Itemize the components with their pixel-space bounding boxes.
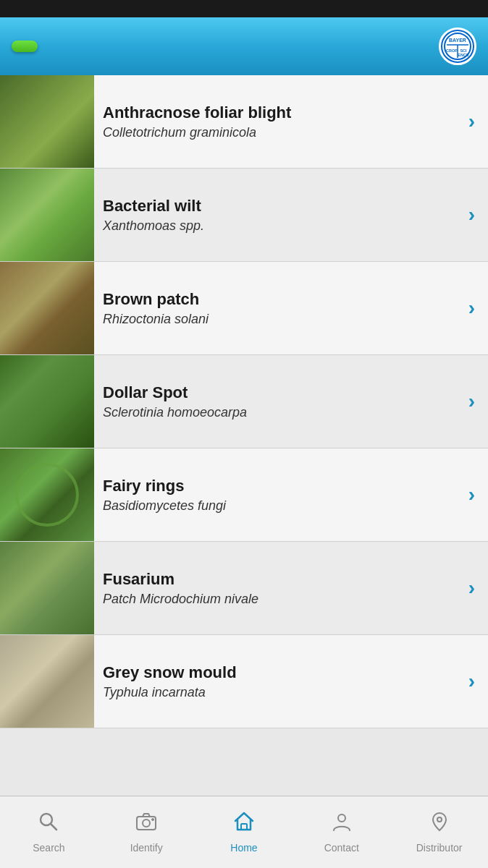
- location-icon: [429, 811, 450, 838]
- tab-label-home: Home: [230, 842, 257, 854]
- home-icon: [233, 811, 255, 838]
- disease-latin-grey-snow-mould: Typhula incarnata: [103, 685, 447, 700]
- disease-latin-fairy-rings: Basidiomycetes fungi: [103, 498, 447, 514]
- disease-latin-dollar-spot: Sclerotinia homoeocarpa: [103, 405, 447, 420]
- tab-bar: Search Identify Home Contact Distribu: [0, 796, 488, 868]
- disease-name-fusarium: Fusarium: [103, 570, 447, 589]
- status-bar: [0, 0, 488, 17]
- svg-point-11: [152, 819, 154, 821]
- disease-list: Anthracnose foliar blight Colletotrichum…: [0, 75, 488, 796]
- tab-label-identify: Identify: [130, 842, 163, 854]
- disease-thumbnail-fusarium: [0, 542, 94, 634]
- disease-info-fusarium: Fusarium Patch Microdochium nivale: [94, 558, 455, 618]
- disease-latin-fusarium: Patch Microdochium nivale: [103, 592, 447, 607]
- bayer-logo: BAYER CROP SCI ENCE: [439, 27, 476, 65]
- svg-text:BAYER: BAYER: [449, 38, 466, 43]
- disease-item-fusarium[interactable]: Fusarium Patch Microdochium nivale ›: [0, 542, 488, 635]
- tab-identify[interactable]: Identify: [98, 796, 195, 868]
- disease-info-anthracnose: Anthracnose foliar blight Colletotrichum…: [94, 92, 455, 152]
- disease-item-grey-snow-mould[interactable]: Grey snow mould Typhula incarnata ›: [0, 635, 488, 728]
- chevron-fusarium: ›: [455, 576, 488, 600]
- svg-point-10: [143, 820, 150, 827]
- disease-latin-brown-patch: Rhizoctonia solani: [103, 312, 447, 327]
- disease-latin-bacterial-wilt: Xanthomoas spp.: [103, 218, 447, 234]
- disease-name-brown-patch: Brown patch: [103, 290, 447, 309]
- svg-line-8: [51, 824, 56, 830]
- chevron-brown-patch: ›: [455, 297, 488, 320]
- search-icon: [38, 811, 59, 838]
- disease-info-bacterial-wilt: Bacterial wilt Xanthomoas spp.: [94, 185, 455, 245]
- disease-thumbnail-grey-snow-mould: [0, 635, 94, 728]
- disease-info-brown-patch: Brown patch Rhizoctonia solani: [94, 278, 455, 339]
- disease-name-dollar-spot: Dollar Spot: [103, 383, 447, 402]
- svg-point-14: [437, 817, 442, 822]
- disease-item-anthracnose[interactable]: Anthracnose foliar blight Colletotrichum…: [0, 75, 488, 169]
- chevron-grey-snow-mould: ›: [455, 670, 488, 693]
- svg-text:ENCE: ENCE: [458, 53, 469, 57]
- person-icon: [331, 811, 353, 838]
- disease-info-dollar-spot: Dollar Spot Sclerotinia homoeocarpa: [94, 372, 455, 432]
- tab-search[interactable]: Search: [0, 796, 98, 868]
- disease-name-grey-snow-mould: Grey snow mould: [103, 663, 447, 682]
- disease-name-anthracnose: Anthracnose foliar blight: [103, 103, 447, 122]
- disease-name-fairy-rings: Fairy rings: [103, 477, 447, 495]
- disease-item-bacterial-wilt[interactable]: Bacterial wilt Xanthomoas spp. ›: [0, 169, 488, 262]
- disease-thumbnail-brown-patch: [0, 262, 94, 354]
- disease-thumbnail-dollar-spot: [0, 355, 94, 448]
- chevron-bacterial-wilt: ›: [455, 203, 488, 226]
- chevron-dollar-spot: ›: [455, 390, 488, 413]
- disease-name-bacterial-wilt: Bacterial wilt: [103, 197, 447, 216]
- disease-item-fairy-rings[interactable]: Fairy rings Basidiomycetes fungi ›: [0, 448, 488, 542]
- back-button[interactable]: [12, 41, 38, 52]
- disease-thumbnail-bacterial-wilt: [0, 169, 94, 261]
- disease-thumbnail-fairy-rings: [0, 448, 94, 541]
- disease-item-brown-patch[interactable]: Brown patch Rhizoctonia solani ›: [0, 262, 488, 355]
- disease-latin-anthracnose: Colletotrichum graminicola: [103, 125, 447, 140]
- tab-distributor[interactable]: Distributor: [390, 796, 488, 868]
- svg-text:CROP: CROP: [446, 48, 458, 53]
- svg-point-13: [338, 814, 345, 822]
- tab-home[interactable]: Home: [195, 796, 293, 868]
- disease-info-fairy-rings: Fairy rings Basidiomycetes fungi: [94, 465, 455, 525]
- tab-label-search: Search: [33, 842, 64, 854]
- tab-label-contact: Contact: [324, 842, 359, 854]
- tab-contact[interactable]: Contact: [293, 796, 390, 868]
- chevron-anthracnose: ›: [455, 110, 488, 133]
- tab-label-distributor: Distributor: [416, 842, 463, 854]
- disease-item-dollar-spot[interactable]: Dollar Spot Sclerotinia homoeocarpa ›: [0, 355, 488, 448]
- header: BAYER CROP SCI ENCE: [0, 17, 488, 75]
- disease-info-grey-snow-mould: Grey snow mould Typhula incarnata: [94, 652, 455, 712]
- camera-icon: [135, 811, 157, 838]
- chevron-fairy-rings: ›: [455, 483, 488, 506]
- disease-thumbnail-anthracnose: [0, 75, 94, 168]
